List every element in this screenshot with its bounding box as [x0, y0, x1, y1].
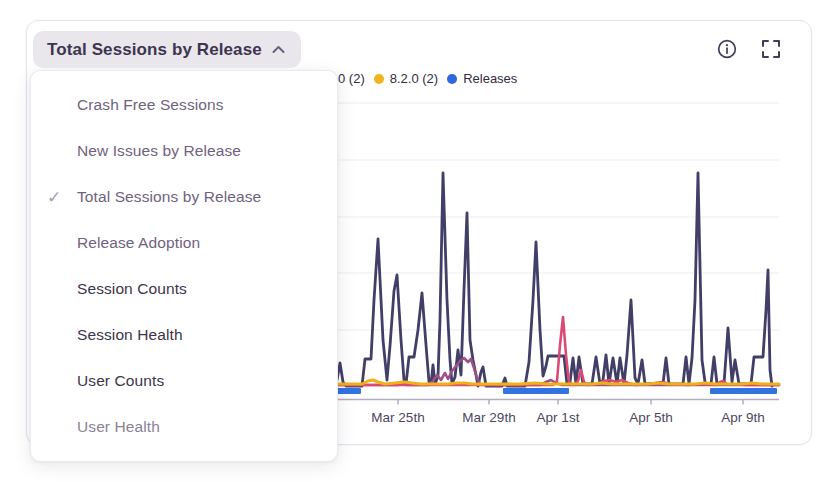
chart-legend: 0 (2) 8.2.0 (2)Releases	[338, 70, 517, 87]
dropdown-item-label: Total Sessions by Release	[77, 188, 261, 206]
chevron-up-icon	[272, 45, 285, 54]
release-bar[interactable]	[337, 388, 361, 394]
widget-type-dropdown: Crash Free SessionsNew Issues by Release…	[30, 70, 338, 462]
fullscreen-button[interactable]	[758, 36, 784, 62]
legend-clipped-fragment: 0 (2)	[338, 71, 365, 86]
release-bar[interactable]	[710, 388, 777, 394]
dropdown-item-release-adoption[interactable]: Release Adoption	[31, 220, 337, 266]
x-axis-label: Mar 25th	[371, 410, 424, 425]
legend-dot-icon	[374, 74, 384, 84]
info-icon	[717, 39, 737, 59]
dropdown-item-label: User Counts	[77, 372, 164, 390]
widget-selector-button[interactable]: Total Sessions by Release	[33, 31, 301, 68]
legend-label: Releases	[463, 71, 517, 86]
dropdown-item-label: Session Health	[77, 326, 183, 344]
dropdown-item-total-sessions-by-release[interactable]: ✓Total Sessions by Release	[31, 174, 337, 220]
legend-label: 8.2.0 (2)	[390, 71, 438, 86]
check-icon: ✓	[47, 189, 61, 206]
info-button[interactable]	[714, 36, 740, 62]
dropdown-item-crash-free-sessions[interactable]: Crash Free Sessions	[31, 82, 337, 128]
dropdown-item-label: Session Counts	[77, 280, 187, 298]
x-axis-label: Apr 5th	[629, 410, 673, 425]
dropdown-item-user-health[interactable]: User Health	[31, 404, 337, 450]
legend-dot-icon	[447, 74, 457, 84]
fullscreen-icon	[762, 40, 780, 58]
dropdown-item-new-issues-by-release[interactable]: New Issues by Release	[31, 128, 337, 174]
release-bar[interactable]	[503, 388, 569, 394]
legend-item[interactable]: 8.2.0 (2)	[374, 71, 438, 86]
dropdown-item-session-health[interactable]: Session Health	[31, 312, 337, 358]
legend-item[interactable]: Releases	[447, 71, 517, 86]
x-axis-label: Mar 29th	[462, 410, 515, 425]
dropdown-item-label: User Health	[77, 418, 160, 436]
dropdown-item-label: New Issues by Release	[77, 142, 241, 160]
dropdown-item-session-counts[interactable]: Session Counts	[31, 266, 337, 312]
series-line-release-navy	[337, 173, 772, 386]
dropdown-item-user-counts[interactable]: User Counts	[31, 358, 337, 404]
widget-selector-label: Total Sessions by Release	[47, 40, 262, 60]
dropdown-item-label: Release Adoption	[77, 234, 200, 252]
x-axis-label: Apr 9th	[721, 410, 765, 425]
x-axis-label: Apr 1st	[537, 410, 580, 425]
dropdown-item-label: Crash Free Sessions	[77, 96, 224, 114]
